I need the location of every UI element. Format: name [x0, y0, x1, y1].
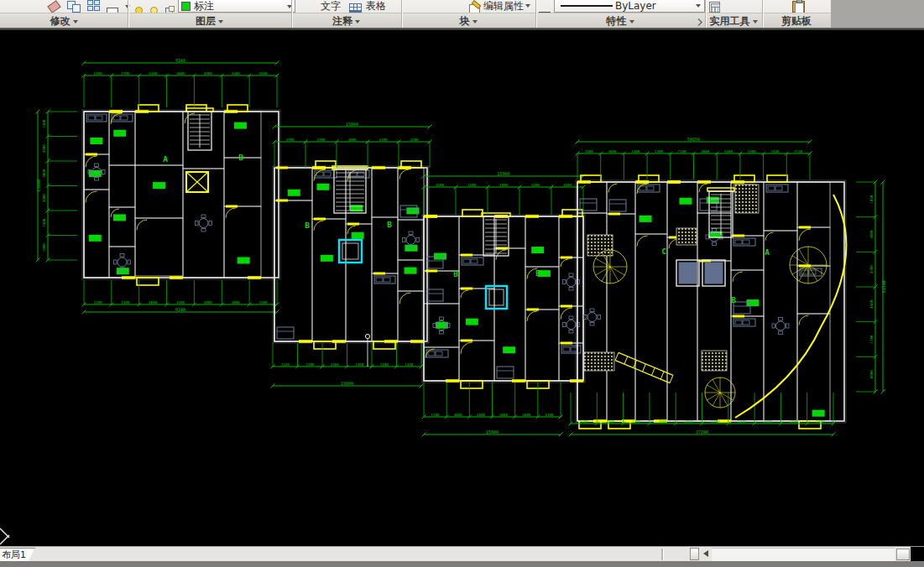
- panel-title-modify[interactable]: 修改: [0, 14, 128, 28]
- svg-text:3300: 3300: [316, 138, 326, 142]
- svg-text:B: B: [305, 221, 310, 230]
- svg-text:C: C: [661, 247, 666, 256]
- svg-text:4500: 4500: [176, 300, 185, 304]
- svg-text:1500: 1500: [585, 149, 594, 153]
- panel-separator: [762, 0, 763, 28]
- scrollbar-divider: [661, 549, 664, 560]
- statusbar-strip: [0, 561, 924, 567]
- svg-text:1200: 1200: [737, 419, 746, 424]
- svg-text:3300: 3300: [149, 71, 158, 75]
- svg-text:3300: 3300: [378, 138, 388, 142]
- svg-text:4200: 4200: [436, 183, 445, 187]
- svg-text:A: A: [765, 247, 770, 257]
- svg-text:1200: 1200: [93, 300, 102, 304]
- svg-text:1500: 1500: [42, 218, 46, 227]
- hscrollbar-left-arrow-icon[interactable]: [703, 550, 708, 557]
- svg-text:3000: 3000: [232, 300, 241, 304]
- layer-combo-value: 标注: [194, 0, 214, 13]
- cad-floorplan: AB92401300270033003600470033004500924012…: [0, 30, 924, 546]
- panel-separator: [401, 0, 402, 28]
- array-icon[interactable]: [87, 1, 101, 12]
- svg-text:3300: 3300: [42, 194, 46, 203]
- panel-annotate-arrow-icon: [355, 20, 360, 23]
- svg-text:4200: 4200: [410, 138, 419, 142]
- edit-attribute-button[interactable]: 编辑属性: [483, 0, 524, 12]
- svg-text:1100: 1100: [431, 413, 441, 417]
- svg-text:2100: 2100: [305, 362, 315, 367]
- layer-combo[interactable]: 标注: [178, 0, 295, 13]
- corner-gap: [911, 547, 924, 562]
- svg-text:5400: 5400: [724, 149, 733, 153]
- svg-text:3900: 3900: [204, 300, 213, 304]
- autocad-window: 标注 文字 表格 编辑属性 ByLayer 修改 图: [0, 0, 924, 567]
- svg-text:4800: 4800: [149, 300, 158, 304]
- svg-text:15900: 15900: [486, 429, 499, 434]
- svg-text:3600: 3600: [454, 413, 463, 417]
- svg-text:3600: 3600: [608, 149, 618, 153]
- panel-title-clipboard: 剪贴板: [762, 14, 831, 28]
- panel-utilities-arrow-icon: [753, 20, 758, 23]
- panel-block-arrow-icon: [472, 20, 478, 23]
- svg-text:4700: 4700: [285, 138, 295, 142]
- panel-title-layers[interactable]: 图层: [128, 14, 291, 28]
- svg-text:1200: 1200: [467, 183, 477, 187]
- svg-text:3600: 3600: [176, 71, 185, 75]
- svg-text:3600: 3600: [522, 413, 531, 417]
- svg-text:3600: 3600: [606, 419, 615, 424]
- table-button[interactable]: 表格: [366, 0, 386, 12]
- svg-text:2460: 2460: [331, 362, 340, 367]
- panel-modify-arrow-icon: [73, 20, 78, 23]
- svg-text:1400: 1400: [790, 419, 799, 424]
- svg-text:2300: 2300: [655, 149, 664, 153]
- svg-text:3000: 3000: [42, 169, 46, 178]
- svg-text:1300: 1300: [816, 419, 825, 424]
- svg-text:B: B: [731, 295, 736, 304]
- svg-text:2100: 2100: [380, 362, 389, 367]
- ribbon: 标注 文字 表格 编辑属性 ByLayer 修改 图: [0, 0, 831, 28]
- svg-text:15900: 15900: [497, 171, 509, 176]
- svg-text:2400: 2400: [764, 419, 773, 424]
- panel-title-properties[interactable]: 特性: [535, 14, 705, 28]
- panel-separator: [535, 0, 536, 28]
- svg-text:1320: 1320: [405, 362, 414, 367]
- svg-text:2400: 2400: [355, 362, 364, 367]
- svg-text:B: B: [387, 220, 392, 229]
- svg-text:6000: 6000: [869, 370, 874, 379]
- panel-title-annotate[interactable]: 注释: [291, 14, 401, 28]
- svg-text:2400: 2400: [748, 149, 757, 153]
- panel-title-block[interactable]: 块: [401, 14, 535, 28]
- ribbon-title-row: 修改 图层 注释 块 特性 实用工具 剪贴板: [0, 13, 831, 28]
- svg-text:9240: 9240: [175, 307, 185, 312]
- svg-text:4500: 4500: [869, 299, 874, 309]
- color-combo-arrow-icon[interactable]: [696, 4, 701, 8]
- svg-text:3300: 3300: [42, 144, 46, 153]
- svg-text:1700: 1700: [632, 419, 641, 424]
- drawing-canvas[interactable]: AB92401300270033003600470033004500924012…: [0, 30, 924, 546]
- edit-attribute-arrow-icon[interactable]: [525, 4, 530, 8]
- svg-text:2400: 2400: [580, 419, 589, 424]
- svg-text:2600: 2600: [477, 413, 486, 417]
- svg-text:B: B: [453, 269, 458, 278]
- svg-text:1320: 1320: [281, 362, 290, 367]
- svg-text:2140: 2140: [794, 149, 803, 153]
- svg-text:2600: 2600: [701, 149, 710, 153]
- color-combo[interactable]: ByLayer: [554, 0, 705, 13]
- hscrollbar-track[interactable]: [712, 548, 895, 562]
- svg-text:51340: 51340: [881, 280, 886, 293]
- text-button[interactable]: 文字: [321, 0, 341, 12]
- svg-text:A: A: [163, 154, 168, 164]
- hscrollbar-right-button[interactable]: [896, 549, 910, 560]
- ribbon-empty-area: [831, 0, 924, 28]
- svg-text:4400: 4400: [869, 230, 874, 239]
- svg-text:1300: 1300: [93, 71, 102, 75]
- ribbon-icon-row: 标注 文字 表格 编辑属性 ByLayer: [0, 0, 831, 13]
- panel-separator: [128, 0, 128, 28]
- svg-text:1900: 1900: [42, 243, 46, 252]
- svg-text:3300: 3300: [232, 71, 241, 75]
- svg-text:4500: 4500: [259, 71, 269, 75]
- panel-title-utilities[interactable]: 实用工具: [705, 14, 762, 28]
- svg-text:3700: 3700: [869, 265, 874, 274]
- tab-layout1[interactable]: 布局1: [0, 548, 35, 562]
- hscrollbar-thumb[interactable]: [690, 548, 699, 560]
- svg-text:1500: 1500: [121, 300, 130, 304]
